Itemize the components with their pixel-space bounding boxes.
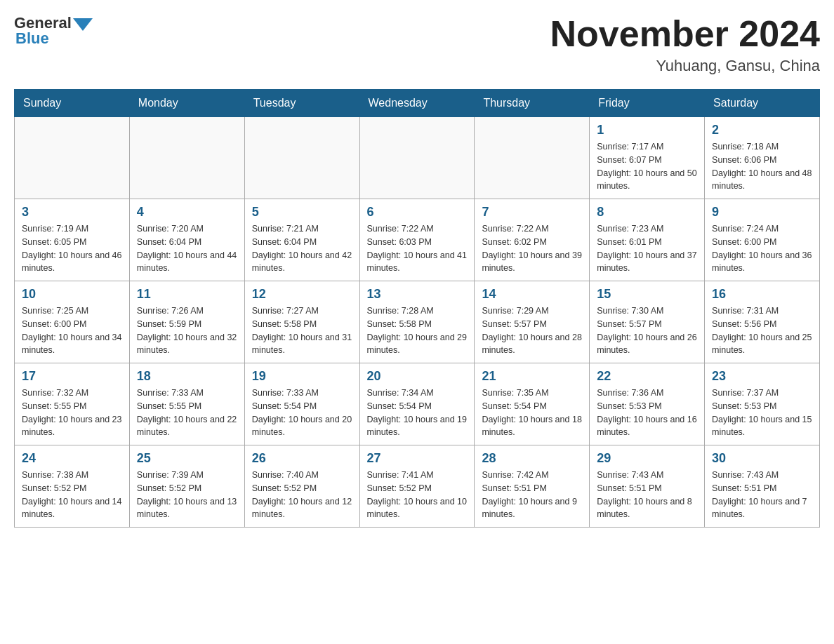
day-number: 17	[22, 369, 122, 384]
day-info: Sunrise: 7:20 AMSunset: 6:04 PMDaylight:…	[137, 222, 237, 275]
calendar-cell: 7Sunrise: 7:22 AMSunset: 6:02 PMDaylight…	[475, 199, 590, 281]
calendar-cell	[244, 117, 359, 199]
calendar-cell: 16Sunrise: 7:31 AMSunset: 5:56 PMDayligh…	[705, 281, 820, 363]
day-info: Sunrise: 7:43 AMSunset: 5:51 PMDaylight:…	[712, 469, 812, 521]
day-info: Sunrise: 7:29 AMSunset: 5:57 PMDaylight:…	[482, 304, 582, 357]
day-number: 28	[482, 451, 582, 466]
calendar-cell	[359, 117, 475, 199]
weekday-header-monday: Monday	[129, 90, 244, 117]
calendar-cell: 11Sunrise: 7:26 AMSunset: 5:59 PMDayligh…	[129, 281, 244, 363]
calendar-cell: 5Sunrise: 7:21 AMSunset: 6:04 PMDaylight…	[244, 199, 359, 281]
day-number: 27	[367, 451, 468, 466]
day-number: 4	[137, 205, 237, 220]
calendar-cell: 28Sunrise: 7:42 AMSunset: 5:51 PMDayligh…	[475, 445, 590, 528]
week-row-4: 17Sunrise: 7:32 AMSunset: 5:55 PMDayligh…	[15, 363, 820, 445]
calendar-cell: 6Sunrise: 7:22 AMSunset: 6:03 PMDaylight…	[359, 199, 475, 281]
day-info: Sunrise: 7:30 AMSunset: 5:57 PMDaylight:…	[597, 304, 697, 357]
day-number: 10	[22, 287, 122, 302]
day-number: 11	[137, 287, 237, 302]
day-info: Sunrise: 7:33 AMSunset: 5:54 PMDaylight:…	[252, 387, 352, 439]
week-row-5: 24Sunrise: 7:38 AMSunset: 5:52 PMDayligh…	[15, 445, 820, 528]
day-info: Sunrise: 7:19 AMSunset: 6:05 PMDaylight:…	[22, 222, 122, 275]
logo-blue-text: Blue	[14, 29, 49, 48]
day-number: 23	[712, 369, 812, 384]
calendar-cell	[15, 117, 130, 199]
calendar-cell: 22Sunrise: 7:36 AMSunset: 5:53 PMDayligh…	[590, 363, 705, 445]
day-number: 14	[482, 287, 582, 302]
day-info: Sunrise: 7:23 AMSunset: 6:01 PMDaylight:…	[597, 222, 697, 275]
calendar-cell: 17Sunrise: 7:32 AMSunset: 5:55 PMDayligh…	[15, 363, 130, 445]
day-info: Sunrise: 7:32 AMSunset: 5:55 PMDaylight:…	[22, 387, 122, 439]
week-row-3: 10Sunrise: 7:25 AMSunset: 6:00 PMDayligh…	[15, 281, 820, 363]
day-info: Sunrise: 7:34 AMSunset: 5:54 PMDaylight:…	[367, 387, 468, 439]
day-number: 13	[367, 287, 468, 302]
day-info: Sunrise: 7:40 AMSunset: 5:52 PMDaylight:…	[252, 469, 352, 521]
weekday-header-saturday: Saturday	[705, 90, 820, 117]
calendar-cell	[129, 117, 244, 199]
calendar-cell: 20Sunrise: 7:34 AMSunset: 5:54 PMDayligh…	[359, 363, 475, 445]
calendar-cell: 15Sunrise: 7:30 AMSunset: 5:57 PMDayligh…	[590, 281, 705, 363]
weekday-header-friday: Friday	[590, 90, 705, 117]
day-number: 26	[252, 451, 352, 466]
day-number: 18	[137, 369, 237, 384]
day-info: Sunrise: 7:18 AMSunset: 6:06 PMDaylight:…	[712, 140, 812, 193]
day-number: 5	[252, 205, 352, 220]
calendar-cell: 26Sunrise: 7:40 AMSunset: 5:52 PMDayligh…	[244, 445, 359, 528]
day-info: Sunrise: 7:21 AMSunset: 6:04 PMDaylight:…	[252, 222, 352, 275]
day-info: Sunrise: 7:17 AMSunset: 6:07 PMDaylight:…	[597, 140, 697, 193]
calendar-cell: 21Sunrise: 7:35 AMSunset: 5:54 PMDayligh…	[475, 363, 590, 445]
calendar-cell: 3Sunrise: 7:19 AMSunset: 6:05 PMDaylight…	[15, 199, 130, 281]
week-row-2: 3Sunrise: 7:19 AMSunset: 6:05 PMDaylight…	[15, 199, 820, 281]
day-info: Sunrise: 7:43 AMSunset: 5:51 PMDaylight:…	[597, 469, 697, 521]
logo-arrow-icon	[73, 18, 93, 31]
weekday-header-sunday: Sunday	[15, 90, 130, 117]
day-number: 22	[597, 369, 697, 384]
day-info: Sunrise: 7:22 AMSunset: 6:03 PMDaylight:…	[367, 222, 468, 275]
calendar-cell: 4Sunrise: 7:20 AMSunset: 6:04 PMDaylight…	[129, 199, 244, 281]
day-number: 24	[22, 451, 122, 466]
month-title: November 2024	[550, 14, 820, 54]
weekday-header-row: SundayMondayTuesdayWednesdayThursdayFrid…	[15, 90, 820, 117]
calendar-cell: 2Sunrise: 7:18 AMSunset: 6:06 PMDaylight…	[705, 117, 820, 199]
calendar-cell: 12Sunrise: 7:27 AMSunset: 5:58 PMDayligh…	[244, 281, 359, 363]
day-info: Sunrise: 7:39 AMSunset: 5:52 PMDaylight:…	[137, 469, 237, 521]
calendar-cell: 14Sunrise: 7:29 AMSunset: 5:57 PMDayligh…	[475, 281, 590, 363]
day-number: 6	[367, 205, 468, 220]
day-number: 15	[597, 287, 697, 302]
calendar-table: SundayMondayTuesdayWednesdayThursdayFrid…	[14, 89, 820, 528]
day-number: 19	[252, 369, 352, 384]
day-info: Sunrise: 7:31 AMSunset: 5:56 PMDaylight:…	[712, 304, 812, 357]
calendar-cell: 19Sunrise: 7:33 AMSunset: 5:54 PMDayligh…	[244, 363, 359, 445]
day-number: 1	[597, 123, 697, 137]
calendar-cell: 23Sunrise: 7:37 AMSunset: 5:53 PMDayligh…	[705, 363, 820, 445]
day-number: 12	[252, 287, 352, 302]
calendar-cell: 24Sunrise: 7:38 AMSunset: 5:52 PMDayligh…	[15, 445, 130, 528]
day-number: 25	[137, 451, 237, 466]
calendar-cell: 1Sunrise: 7:17 AMSunset: 6:07 PMDaylight…	[590, 117, 705, 199]
day-number: 21	[482, 369, 582, 384]
calendar-cell: 29Sunrise: 7:43 AMSunset: 5:51 PMDayligh…	[590, 445, 705, 528]
calendar-cell: 18Sunrise: 7:33 AMSunset: 5:55 PMDayligh…	[129, 363, 244, 445]
page-header: General Blue November 2024 Yuhuang, Gans…	[14, 14, 820, 75]
weekday-header-thursday: Thursday	[475, 90, 590, 117]
weekday-header-tuesday: Tuesday	[244, 90, 359, 117]
weekday-header-wednesday: Wednesday	[359, 90, 475, 117]
day-number: 29	[597, 451, 697, 466]
day-number: 16	[712, 287, 812, 302]
day-number: 2	[712, 123, 812, 137]
day-number: 30	[712, 451, 812, 466]
day-number: 8	[597, 205, 697, 220]
calendar-cell: 8Sunrise: 7:23 AMSunset: 6:01 PMDaylight…	[590, 199, 705, 281]
logo: General Blue	[14, 14, 94, 48]
day-number: 20	[367, 369, 468, 384]
day-info: Sunrise: 7:28 AMSunset: 5:58 PMDaylight:…	[367, 304, 468, 357]
calendar-cell: 10Sunrise: 7:25 AMSunset: 6:00 PMDayligh…	[15, 281, 130, 363]
day-info: Sunrise: 7:42 AMSunset: 5:51 PMDaylight:…	[482, 469, 582, 521]
calendar-cell: 27Sunrise: 7:41 AMSunset: 5:52 PMDayligh…	[359, 445, 475, 528]
calendar-cell: 30Sunrise: 7:43 AMSunset: 5:51 PMDayligh…	[705, 445, 820, 528]
day-info: Sunrise: 7:38 AMSunset: 5:52 PMDaylight:…	[22, 469, 122, 521]
title-section: November 2024 Yuhuang, Gansu, China	[550, 14, 820, 75]
day-number: 9	[712, 205, 812, 220]
day-info: Sunrise: 7:37 AMSunset: 5:53 PMDaylight:…	[712, 387, 812, 439]
day-info: Sunrise: 7:26 AMSunset: 5:59 PMDaylight:…	[137, 304, 237, 357]
